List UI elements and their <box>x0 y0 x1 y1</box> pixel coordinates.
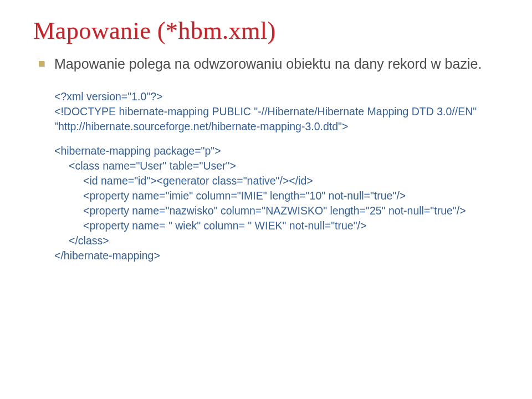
code-line: </hibernate-mapping> <box>54 248 499 263</box>
code-block: <?xml version="1.0"?> <!DOCTYPE hibernat… <box>54 89 499 263</box>
code-line: <hibernate-mapping package="p"> <box>54 144 499 158</box>
bullet-icon <box>39 61 44 66</box>
code-line: <class name="User" table="User"> <box>54 158 499 173</box>
code-line: <id name="id"><generator class="native"/… <box>54 173 499 188</box>
code-line: <property name="nazwisko" column="NAZWIS… <box>54 203 499 218</box>
code-line: <property name="imie" column="IMIE" leng… <box>54 188 499 203</box>
intro-text: Mapowanie polega na odwzorowaniu obiektu… <box>54 55 482 74</box>
code-section-1: <?xml version="1.0"?> <!DOCTYPE hibernat… <box>54 89 499 134</box>
slide-title: Mapowanie (*hbm.xml) <box>33 17 499 45</box>
slide-page: Mapowanie (*hbm.xml) Mapowanie polega na… <box>0 0 532 399</box>
code-line: "http://hibernate.sourceforge.net/hibern… <box>54 119 499 134</box>
code-line: <?xml version="1.0"?> <box>54 89 499 104</box>
intro-row: Mapowanie polega na odwzorowaniu obiektu… <box>39 55 499 74</box>
code-line: </class> <box>54 233 499 248</box>
code-line: <!DOCTYPE hibernate-mapping PUBLIC "-//H… <box>54 104 499 119</box>
code-line: <property name= " wiek" column= " WIEK" … <box>54 218 499 233</box>
code-section-2: <hibernate-mapping package="p"> <class n… <box>54 144 499 263</box>
